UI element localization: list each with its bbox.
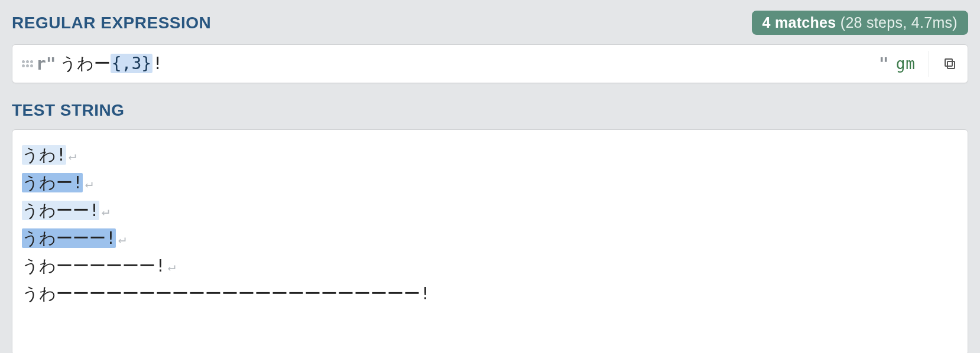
match-summary-badge: 4 matches (28 steps, 4.7ms) xyxy=(752,11,968,35)
drag-handle-icon[interactable] xyxy=(21,60,34,67)
pattern-prefix: うわー xyxy=(60,54,111,73)
newline-icon: ↵ xyxy=(99,204,109,218)
regex-section-title: REGULAR EXPRESSION xyxy=(12,14,211,32)
newline-icon: ↵ xyxy=(166,259,176,274)
test-text: うわーー! xyxy=(22,201,99,220)
match-count: 4 matches xyxy=(762,14,836,31)
regex-flags[interactable]: gm xyxy=(896,55,916,73)
copy-regex-button[interactable] xyxy=(929,51,959,77)
test-text: うわー! xyxy=(22,173,83,192)
newline-icon: ↵ xyxy=(66,148,76,163)
regex-open-delimiter: r" xyxy=(36,54,56,74)
svg-rect-1 xyxy=(945,59,952,66)
test-text: うわーーーーーー! xyxy=(22,256,166,276)
newline-icon: ↵ xyxy=(116,231,126,246)
regex-input-box[interactable]: r" うわー{,3}! " gm xyxy=(12,44,968,83)
pattern-quantifier: {,3} xyxy=(111,54,152,73)
test-line: うわ!↵ xyxy=(22,142,958,169)
test-text: うわ! xyxy=(22,145,66,165)
test-line: うわーーーーーー!↵ xyxy=(22,253,958,280)
regex-close-delimiter: " xyxy=(879,54,889,74)
test-section-title: TEST STRING xyxy=(12,101,125,120)
test-string-box[interactable]: うわ!↵うわー!↵うわーー!↵うわーーー!↵うわーーーーーー!↵うわーーーーーー… xyxy=(12,129,968,353)
test-line: うわーーー!↵ xyxy=(22,225,958,253)
match-details: (28 steps, 4.7ms) xyxy=(841,14,958,31)
copy-icon xyxy=(943,57,957,71)
test-text: うわーーー! xyxy=(22,228,116,248)
regex-header: REGULAR EXPRESSION 4 matches (28 steps, … xyxy=(12,7,968,38)
test-header: TEST STRING xyxy=(12,97,968,123)
pattern-suffix: ! xyxy=(152,54,163,73)
test-line: うわーー!↵ xyxy=(22,197,958,225)
test-text: うわーーーーーーーーーーーーーーーーーーーーーー! xyxy=(22,284,430,303)
test-line: うわー!↵ xyxy=(22,169,958,197)
svg-rect-0 xyxy=(947,61,955,68)
newline-icon: ↵ xyxy=(83,176,93,191)
regex-pattern[interactable]: うわー{,3}! xyxy=(60,53,163,75)
test-line: うわーーーーーーーーーーーーーーーーーーーーーー! xyxy=(22,280,958,308)
